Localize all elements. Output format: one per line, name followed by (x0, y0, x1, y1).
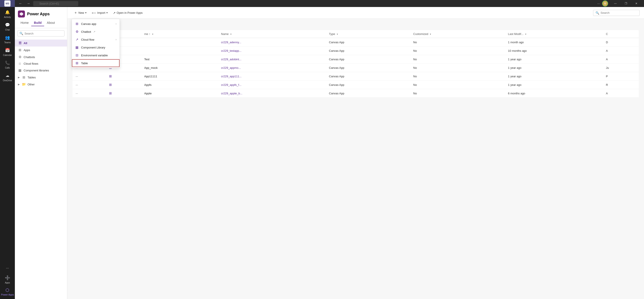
row-name: cr229_appte_b... (218, 89, 326, 98)
open-icon: ↗ (113, 11, 116, 15)
col-c: C (603, 30, 639, 38)
col-last-modified[interactable]: Last Modif... ▾ (505, 30, 603, 38)
sidebar-item-teams[interactable]: 👥 Teams (0, 32, 15, 45)
dropdown-item-cloud-flow[interactable]: ↗ Cloud flow › (72, 36, 120, 43)
table-row: ··· ⊞ Appte cr229_appte_b... Canvas App … (72, 89, 639, 98)
nav-item-cloud-flows[interactable]: ↗⃝ Cloud flows (15, 60, 67, 67)
row-last-modified: 10 months ago (505, 46, 603, 55)
import-button[interactable]: ⟵ Import ▾ (90, 10, 110, 16)
title-search-input[interactable] (33, 1, 78, 6)
col-customized[interactable]: Customized ▾ (410, 30, 505, 38)
forward-button[interactable]: → (25, 1, 32, 6)
icon-bar-bottom: ··· ➕ Apps ⬡ Power Apps (0, 263, 15, 299)
nav-item-tables[interactable]: ▶ ⊞ Tables (15, 74, 67, 81)
content-header: All (67, 19, 644, 30)
table-body: ··· ⊞ cr229_adenny... Canvas App No 1 mo… (72, 38, 639, 98)
sidebar-item-onedrive[interactable]: ☁ OneDrive (0, 70, 15, 83)
nav-item-other[interactable]: ▶ 📁 Other (15, 81, 67, 88)
title-search-wrap: 🔍 (33, 1, 142, 6)
sidebar-item-chat[interactable]: 💬 Chat (0, 20, 15, 32)
new-chevron-icon: ▾ (85, 11, 86, 14)
apps-nav-icon: ⊞ (18, 48, 22, 52)
open-power-apps-button[interactable]: ↗ Open in Power Apps (111, 10, 145, 16)
row-customized: No (410, 46, 505, 55)
row-dots[interactable]: ··· (72, 89, 106, 98)
cloud-flow-menu-icon: ↗ (75, 37, 79, 41)
dropdown-item-table[interactable]: ⊞ Table (72, 59, 120, 67)
nav-item-all-label: All (24, 41, 27, 45)
other-expand-icon[interactable]: ▶ (18, 83, 20, 86)
chat-icon: 💬 (4, 22, 10, 28)
row-col-c: P (603, 72, 639, 81)
nav-item-tables-label: Tables (28, 76, 36, 79)
row-dots[interactable]: ··· (72, 72, 106, 81)
row-col-c: Ju (603, 63, 639, 72)
row-last-modified: 6 months ago (505, 89, 603, 98)
toolbar: ＋ New ▾ ⟵ Import ▾ ↗ Open in Power Apps … (67, 7, 644, 19)
maximize-button[interactable]: ❐ (621, 0, 631, 7)
more-options-icon[interactable]: ··· (597, 2, 600, 5)
new-plus-icon: ＋ (74, 10, 77, 15)
type-label: Type (329, 32, 335, 36)
nav-item-component-libraries[interactable]: ▦ Component libraries (15, 67, 67, 74)
col-display-name[interactable]: me ↑ ▾ (141, 30, 218, 38)
row-dots[interactable]: ··· (72, 81, 106, 89)
nav-tab-about[interactable]: About (44, 20, 58, 26)
table-row: ··· ⊞ Test cr229_adobint... Canvas App N… (72, 55, 639, 63)
row-type: Canvas App (326, 63, 410, 72)
nav-item-chatbots[interactable]: ⚙ Chatbots (15, 53, 67, 60)
row-last-modified: 1 month ago (505, 38, 603, 46)
sidebar-item-calendar[interactable]: 📅 Calendar (0, 45, 15, 58)
col-type[interactable]: Type ▾ (326, 30, 410, 38)
table-area: me ↑ ▾ Name ▾ Type ▾ Customized (67, 30, 644, 294)
calendar-icon: 📅 (4, 47, 10, 53)
title-bar-logo: MS (0, 0, 15, 7)
back-button[interactable]: ← (18, 1, 24, 6)
external-link-icon: ↗ (93, 30, 95, 33)
sidebar-item-power-apps[interactable]: ⬡ Power Apps (1, 285, 14, 297)
row-type: Canvas App (326, 81, 410, 89)
new-button[interactable]: ＋ New ▾ (72, 9, 89, 16)
row-icon-cell: ⊞ (106, 72, 141, 81)
sidebar-item-more[interactable]: ··· (0, 263, 15, 273)
row-col-c: R (603, 81, 639, 89)
row-type: Canvas App (326, 38, 410, 46)
nav-tab-build[interactable]: Build (31, 20, 44, 26)
sidebar-item-activity[interactable]: 🔔 Activity (0, 7, 15, 20)
col-name[interactable]: Name ▾ (218, 30, 326, 38)
row-customized: No (410, 72, 505, 81)
row-last-modified: 1 year ago (505, 81, 603, 89)
tables-expand-icon[interactable]: ▶ (18, 76, 20, 79)
sidebar-item-calls[interactable]: 📞 Calls (0, 58, 15, 70)
row-col-c: D (603, 38, 639, 46)
sidebar-item-apps[interactable]: ➕ Apps (0, 273, 15, 285)
activity-label: Activity (4, 16, 11, 18)
row-display-name: Test (141, 55, 218, 63)
nav-item-all[interactable]: ☰ All (15, 39, 67, 46)
dropdown-item-component-library[interactable]: ▦ Component Library (72, 43, 120, 51)
nav-item-apps[interactable]: ⊞ Apps (15, 46, 67, 53)
chatbot-menu-label: Chatbot (81, 30, 91, 33)
table-row: ··· ⊞ App11111 cr229_app111... Canvas Ap… (72, 72, 639, 81)
other-icon: 📁 (22, 82, 26, 86)
display-name-label: me ↑ (144, 32, 150, 36)
row-canvas-icon: ⊞ (109, 91, 112, 95)
dropdown-overlay: ⊞ Canvas app › ⚙ Chatbot ↗ ↗ Cloud flow … (72, 19, 120, 68)
toolbar-search-input[interactable] (600, 11, 637, 14)
row-icon-cell: ⊞ (106, 89, 141, 98)
user-avatar[interactable]: U (602, 0, 608, 6)
canvas-app-menu-label: Canvas app (81, 22, 96, 25)
nav-tab-home[interactable]: Home (18, 20, 31, 26)
type-sort-icon: ▾ (337, 33, 338, 35)
row-customized: No (410, 89, 505, 98)
nav-search-input[interactable] (24, 32, 62, 35)
open-power-apps-label: Open in Power Apps (117, 11, 143, 14)
nav-header: Power Apps (15, 7, 67, 20)
calendar-label: Calendar (3, 54, 12, 56)
minimize-button[interactable]: — (610, 0, 620, 7)
dropdown-item-environment-variable[interactable]: ⊟ Environment variable (72, 51, 120, 59)
close-button[interactable]: ✕ (631, 0, 642, 7)
dropdown-item-canvas-app[interactable]: ⊞ Canvas app › (72, 20, 120, 28)
toolbar-search-icon: 🔍 (596, 11, 599, 15)
dropdown-item-chatbot[interactable]: ⚙ Chatbot ↗ (72, 28, 120, 36)
